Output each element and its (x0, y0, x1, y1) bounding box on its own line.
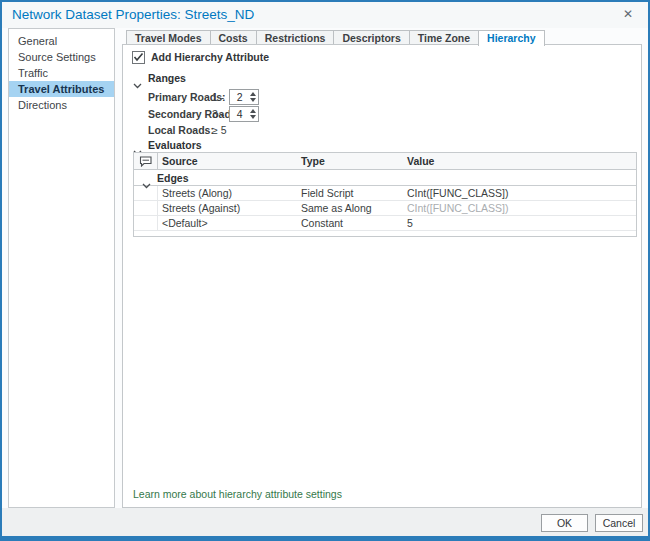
spinner-up-icon[interactable] (250, 109, 256, 113)
tab-hierarchy[interactable]: Hierarchy (478, 30, 544, 46)
row-icon-cell (134, 201, 158, 215)
cell-type[interactable]: Constant (301, 217, 407, 229)
close-icon[interactable]: ✕ (620, 2, 636, 28)
evaluators-section-header[interactable]: Evaluators (133, 138, 202, 152)
cell-value[interactable]: CInt([FUNC_CLASS]) (407, 187, 636, 199)
column-header-type[interactable]: Type (301, 155, 407, 167)
chevron-down-icon (133, 75, 142, 81)
edges-group-label: Edges (157, 172, 189, 184)
cell-source[interactable]: Streets (Against) (158, 202, 301, 214)
evaluators-table-header: Source Type Value (134, 153, 636, 170)
dialog-title: Network Dataset Properties: Streets_ND (12, 2, 254, 28)
tab-descriptors[interactable]: Descriptors (333, 30, 409, 45)
evaluators-table: Source Type Value Edges Streets (Along) … (133, 152, 637, 237)
hierarchy-help-link[interactable]: Learn more about hierarchy attribute set… (133, 488, 342, 500)
local-roads-range-value: ≥ 5 (212, 124, 227, 136)
cell-value[interactable]: 5 (407, 217, 636, 229)
sidebar-item-general[interactable]: General (9, 33, 114, 49)
sidebar-item-directions[interactable]: Directions (9, 97, 114, 113)
add-hierarchy-attribute-label: Add Hierarchy Attribute (151, 51, 269, 63)
cancel-button[interactable]: Cancel (595, 514, 643, 532)
add-hierarchy-attribute-row: Add Hierarchy Attribute (132, 50, 269, 64)
secondary-roads-value[interactable]: 4 (230, 108, 249, 120)
tab-travel-modes[interactable]: Travel Modes (126, 30, 211, 45)
secondary-roads-row: Secondary Roads: 3 - 4 (148, 106, 259, 122)
primary-roads-value[interactable]: 2 (230, 91, 249, 103)
primary-roads-range-start: 1 - (212, 91, 224, 103)
primary-roads-row: Primary Roads: 1 - 2 (148, 89, 259, 105)
spinner-arrows[interactable] (249, 92, 258, 102)
cell-source[interactable]: Streets (Along) (158, 187, 301, 199)
evaluator-comment-icon (134, 153, 158, 169)
tab-time-zone[interactable]: Time Zone (409, 30, 479, 45)
spinner-down-icon[interactable] (250, 115, 256, 119)
ranges-section-title: Ranges (148, 72, 186, 84)
local-roads-row: Local Roads: ≥ 5 (148, 122, 227, 138)
checkmark-icon (133, 52, 144, 62)
column-header-value[interactable]: Value (407, 155, 636, 167)
tab-restrictions[interactable]: Restrictions (256, 30, 335, 45)
cell-source[interactable]: <Default> (158, 217, 301, 229)
tab-costs[interactable]: Costs (210, 30, 257, 45)
edges-group-row[interactable]: Edges (134, 170, 636, 186)
network-dataset-properties-dialog: Network Dataset Properties: Streets_ND ✕… (0, 0, 650, 541)
sidebar-item-travel-attributes[interactable]: Travel Attributes (9, 81, 114, 97)
spinner-down-icon[interactable] (250, 98, 256, 102)
cell-type[interactable]: Field Script (301, 187, 407, 199)
table-row[interactable]: Streets (Against) Same as Along CInt([FU… (134, 201, 636, 216)
secondary-roads-spinner[interactable]: 4 (229, 106, 259, 122)
add-hierarchy-attribute-checkbox[interactable] (132, 51, 145, 64)
sidebar: General Source Settings Traffic Travel A… (8, 28, 115, 508)
local-roads-label: Local Roads: (148, 124, 212, 136)
secondary-roads-range-start: 3 - (212, 108, 224, 120)
sidebar-item-source-settings[interactable]: Source Settings (9, 49, 114, 65)
cell-type[interactable]: Same as Along (301, 202, 407, 214)
row-icon-cell (134, 186, 158, 200)
sidebar-item-traffic[interactable]: Traffic (9, 65, 114, 81)
chevron-down-icon (142, 175, 151, 181)
row-icon-cell (134, 216, 158, 230)
chevron-down-icon (133, 142, 142, 148)
primary-roads-spinner[interactable]: 2 (229, 89, 259, 105)
ok-button[interactable]: OK (541, 514, 588, 532)
ranges-section-header[interactable]: Ranges (133, 71, 186, 85)
cell-value[interactable]: CInt([FUNC_CLASS]) (407, 202, 636, 214)
primary-roads-label: Primary Roads: (148, 91, 212, 103)
table-row[interactable]: Streets (Along) Field Script CInt([FUNC_… (134, 186, 636, 201)
spinner-up-icon[interactable] (250, 92, 256, 96)
table-row[interactable]: <Default> Constant 5 (134, 216, 636, 231)
evaluators-section-title: Evaluators (148, 139, 202, 151)
spinner-arrows[interactable] (249, 109, 258, 119)
column-header-source[interactable]: Source (158, 155, 301, 167)
secondary-roads-label: Secondary Roads: (148, 108, 212, 120)
